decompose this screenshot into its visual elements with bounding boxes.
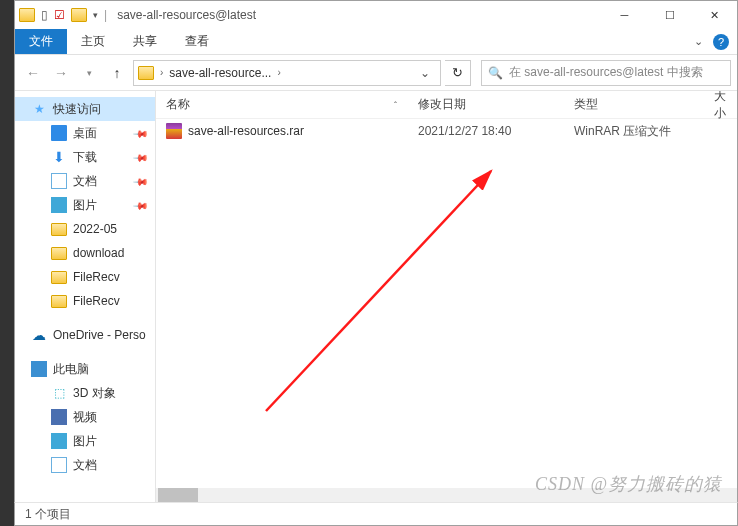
address-dropdown-icon[interactable]: ⌄ [414,66,436,80]
qat-checkbox-icon[interactable]: ☑ [54,8,65,22]
sidebar-this-pc[interactable]: 此电脑 [15,357,155,381]
sidebar-documents-2[interactable]: 文档 [15,453,155,477]
file-name: save-all-resources.rar [188,124,304,138]
ribbon-expand-icon[interactable]: ⌄ [694,35,703,48]
sidebar-folder-2[interactable]: download [15,241,155,265]
picture-icon [51,197,67,213]
breadcrumb[interactable]: save-all-resource... [169,66,271,80]
pin-icon: 📌 [133,197,149,213]
help-icon[interactable]: ? [713,34,729,50]
picture-icon [51,433,67,449]
qat-dropdown-icon[interactable]: ▾ [93,10,98,20]
maximize-button[interactable]: ☐ [647,1,692,29]
sidebar-documents[interactable]: 文档📌 [15,169,155,193]
search-placeholder: 在 save-all-resources@latest 中搜索 [509,64,703,81]
sidebar-downloads[interactable]: ⬇下载📌 [15,145,155,169]
sidebar-label: 快速访问 [53,101,101,118]
pin-icon: 📌 [133,173,149,189]
pc-icon [31,361,47,377]
column-date[interactable]: 修改日期 [408,96,564,113]
minimize-button[interactable]: ─ [602,1,647,29]
chevron-right-icon[interactable]: › [277,67,280,78]
column-headers: 名称ˆ 修改日期 类型 大小 [156,91,737,119]
tab-share[interactable]: 共享 [119,29,171,54]
nav-back-button[interactable]: ← [21,61,45,85]
star-icon: ★ [31,101,47,117]
nav-up-button[interactable]: ↑ [105,61,129,85]
video-icon [51,409,67,425]
address-bar[interactable]: › save-all-resource... › ⌄ [133,60,441,86]
close-button[interactable]: ✕ [692,1,737,29]
status-bar: 1 个项目 [14,502,738,526]
tab-file[interactable]: 文件 [15,29,67,54]
tab-view[interactable]: 查看 [171,29,223,54]
sidebar-videos[interactable]: 视频 [15,405,155,429]
item-count: 1 个项目 [25,506,71,523]
qat-pin-icon[interactable]: ▯ [41,8,48,22]
sidebar-folder-3[interactable]: FileRecv [15,265,155,289]
sidebar-3d-objects[interactable]: ⬚3D 对象 [15,381,155,405]
pin-icon: 📌 [133,149,149,165]
sidebar-folder-4[interactable]: FileRecv [15,289,155,313]
desktop-icon [51,125,67,141]
cube-icon: ⬚ [51,385,67,401]
cloud-icon: ☁ [31,327,47,343]
app-folder-icon [19,8,35,22]
sidebar-onedrive[interactable]: ☁OneDrive - Perso [15,323,155,347]
navbar: ← → ▾ ↑ › save-all-resource... › ⌄ ↻ 🔍 在… [15,55,737,91]
file-rows[interactable]: save-all-resources.rar 2021/12/27 18:40 … [156,119,737,504]
file-type: WinRAR 压缩文件 [564,123,704,140]
sidebar-folder-1[interactable]: 2022-05 [15,217,155,241]
search-icon: 🔍 [488,66,503,80]
file-row[interactable]: save-all-resources.rar 2021/12/27 18:40 … [156,119,737,143]
folder-icon [51,247,67,260]
sidebar[interactable]: ★ 快速访问 桌面📌 ⬇下载📌 文档📌 图片📌 2022-05 download… [15,91,156,504]
separator: | [104,8,107,22]
file-date: 2021/12/27 18:40 [408,124,564,138]
sidebar-pictures-2[interactable]: 图片 [15,429,155,453]
download-icon: ⬇ [51,149,67,165]
nav-forward-button: → [49,61,73,85]
watermark: CSDN @努力搬砖的猿 [535,472,722,496]
ribbon-tabs: 文件 主页 共享 查看 ⌄ ? [15,29,737,55]
column-name[interactable]: 名称ˆ [156,96,408,113]
titlebar[interactable]: ▯ ☑ ▾ | save-all-resources@latest ─ ☐ ✕ [15,1,737,29]
rar-icon [166,123,182,139]
column-type[interactable]: 类型 [564,96,704,113]
file-list-pane: 名称ˆ 修改日期 类型 大小 save-all-resources.rar 20… [156,91,737,504]
folder-icon [51,295,67,308]
sidebar-desktop[interactable]: 桌面📌 [15,121,155,145]
column-size[interactable]: 大小 [704,91,737,122]
sidebar-pictures[interactable]: 图片📌 [15,193,155,217]
tab-home[interactable]: 主页 [67,29,119,54]
address-folder-icon [138,66,154,80]
document-icon [51,457,67,473]
nav-recent-button[interactable]: ▾ [77,61,101,85]
chevron-right-icon[interactable]: › [160,67,163,78]
folder-icon [51,271,67,284]
pin-icon: 📌 [133,125,149,141]
search-input[interactable]: 🔍 在 save-all-resources@latest 中搜索 [481,60,731,86]
sort-asc-icon: ˆ [394,100,397,110]
folder-icon [51,223,67,236]
refresh-button[interactable]: ↻ [445,60,471,86]
window-title: save-all-resources@latest [117,8,256,22]
sidebar-quick-access[interactable]: ★ 快速访问 [15,97,155,121]
qat-folder-icon[interactable] [71,8,87,22]
explorer-window: ▯ ☑ ▾ | save-all-resources@latest ─ ☐ ✕ … [14,0,738,505]
document-icon [51,173,67,189]
